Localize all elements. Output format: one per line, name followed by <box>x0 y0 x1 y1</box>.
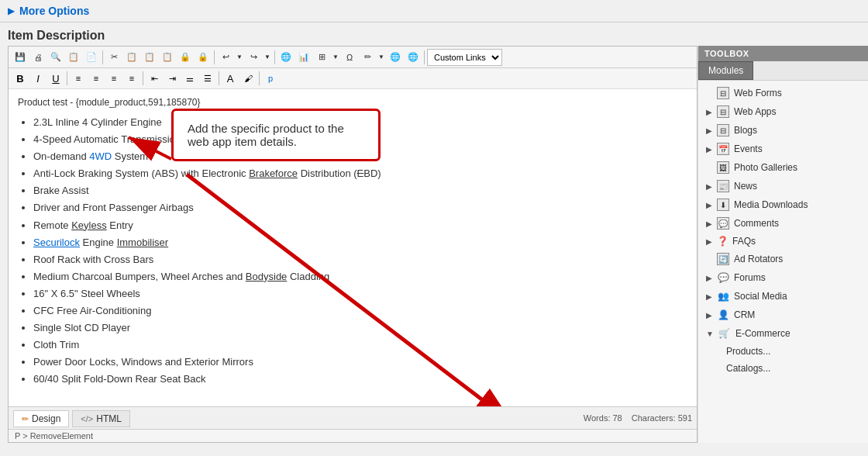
tb-p-btn[interactable]: p <box>262 70 279 87</box>
tb-print-btn[interactable]: 🖨 <box>29 49 46 66</box>
tb-paste-btn[interactable]: 📋 <box>141 49 158 66</box>
toolbox-item-faqs[interactable]: ▶ ❓ FAQs <box>698 233 868 250</box>
tb-outdent-btn[interactable]: ⇥ <box>164 70 181 87</box>
tb-lock1-btn[interactable]: 🔒 <box>177 49 194 66</box>
toolbar-row1: 💾 🖨 🔍 📋 📄 ✂ 📋 📋 📋 🔒 🔒 ↩ ▼ ↪ ▼ 🌐 📊 ⊞ ▼ Ω … <box>9 47 697 68</box>
tb-find-btn[interactable]: 🔍 <box>47 49 64 66</box>
social-media-label: Social Media <box>734 291 787 302</box>
html-tab[interactable]: </> HTML <box>72 410 130 427</box>
ecommerce-label: E-Commerce <box>735 328 790 339</box>
faqs-icon: ❓ <box>717 236 728 247</box>
toolbox-item-forums[interactable]: ▶ 💬 Forums <box>698 268 868 287</box>
social-media-icon: 👥 <box>717 290 729 302</box>
tb-special-char-btn[interactable]: Ω <box>341 49 358 66</box>
tb-align-right-btn[interactable]: ≡ <box>105 70 122 87</box>
toolbox-item-ecommerce[interactable]: ▼ 🛒 E-Commerce <box>698 324 868 343</box>
html-icon: </> <box>81 414 93 423</box>
tb-table-dropdown-btn[interactable]: ▼ <box>331 49 340 66</box>
tb-ol-btn[interactable]: ⚌ <box>181 70 198 87</box>
tb-table-btn[interactable]: ⊞ <box>313 49 330 66</box>
editor-tabs: ✏ Design </> HTML <box>13 407 130 429</box>
tb-copy-btn[interactable]: 📋 <box>123 49 140 66</box>
tb-underline-btn[interactable]: U <box>47 70 64 87</box>
ad-rotators-icon: 🔄 <box>717 253 729 265</box>
toolbar-sep6 <box>143 71 143 85</box>
design-tab[interactable]: ✏ Design <box>13 410 69 427</box>
status-bar: P > RemoveElement <box>9 429 697 442</box>
toolbar-sep7 <box>219 71 219 85</box>
toolbox-item-web-forms[interactable]: ⊟ Web Forms <box>698 84 868 102</box>
word-count: Words: 78 <box>584 413 622 423</box>
toolbox-item-photo-galleries[interactable]: 🖼 Photo Galleries <box>698 158 868 177</box>
toolbox-header: TOOLBOX <box>698 46 868 61</box>
tb-bold-btn[interactable]: B <box>12 70 29 87</box>
tb-web1-btn[interactable]: 🌐 <box>387 49 404 66</box>
tb-align-center-btn[interactable]: ≡ <box>88 70 105 87</box>
toolbox-item-comments[interactable]: ▶ 💬 Comments <box>698 214 868 233</box>
toolbox-item-events[interactable]: ▶ 📅 Events <box>698 140 868 158</box>
editor-content[interactable]: Product test - {module_product,591,18587… <box>9 89 697 406</box>
tb-web2-btn[interactable]: 🌐 <box>405 49 422 66</box>
tb-btn4[interactable]: 📄 <box>83 49 100 66</box>
tb-undo-btn[interactable]: ↩ <box>217 49 234 66</box>
faqs-label: FAQs <box>732 236 756 247</box>
toolbox-item-media-downloads[interactable]: ▶ ⬇ Media Downloads <box>698 195 868 214</box>
expand-arrow-ecommerce-icon: ▼ <box>706 330 714 338</box>
tb-cut-btn[interactable]: ✂ <box>105 49 122 66</box>
ad-rotators-label: Ad Rotators <box>734 254 783 264</box>
tb-undo-dropdown-btn[interactable]: ▼ <box>235 49 244 66</box>
events-label: Events <box>734 143 763 154</box>
status-line: P > RemoveElement <box>15 431 93 440</box>
toolbox-item-catalogs[interactable]: Catalogs... <box>698 360 868 377</box>
toolbox-items: ⊟ Web Forms ▶ ⊟ Web Apps ▶ ⊟ Blogs ▶ 📅 E… <box>698 81 868 443</box>
tb-save-btn[interactable]: 💾 <box>12 49 29 66</box>
toolbox-item-products[interactable]: Products... <box>698 343 868 360</box>
tb-btn3[interactable]: 📋 <box>65 49 82 66</box>
expand-arrow-news-icon: ▶ <box>706 182 712 191</box>
comments-icon: 💬 <box>717 217 729 230</box>
crm-label: CRM <box>734 309 755 320</box>
toolbox-item-ad-rotators[interactable]: 🔄 Ad Rotators <box>698 250 868 268</box>
editor-wrapper: 💾 🖨 🔍 📋 📄 ✂ 📋 📋 📋 🔒 🔒 ↩ ▼ ↪ ▼ 🌐 📊 ⊞ ▼ Ω … <box>8 46 698 443</box>
tb-redo-btn[interactable]: ↪ <box>245 49 262 66</box>
tb-link-btn[interactable]: 🌐 <box>277 49 294 66</box>
list-item: Anti-Lock Braking System (ABS) with Elec… <box>33 165 687 182</box>
tb-redo-dropdown-btn[interactable]: ▼ <box>263 49 272 66</box>
expand-arrow-events-icon: ▶ <box>706 145 712 154</box>
comments-label: Comments <box>734 218 779 229</box>
toolbox-item-news[interactable]: ▶ 📰 News <box>698 177 868 195</box>
tb-fontcolor-btn[interactable]: A <box>222 70 239 87</box>
modules-tab[interactable]: Modules <box>698 61 753 80</box>
products-label: Products... <box>726 346 770 357</box>
tb-align-justify-btn[interactable]: ≡ <box>123 70 140 87</box>
toolbox-item-social-media[interactable]: ▶ 👥 Social Media <box>698 287 868 306</box>
toolbox-item-web-apps[interactable]: ▶ ⊟ Web Apps <box>698 102 868 121</box>
tb-align-left-btn[interactable]: ≡ <box>70 70 87 87</box>
tb-ul-btn[interactable]: ☰ <box>199 70 216 87</box>
tb-lock2-btn[interactable]: 🔒 <box>195 49 212 66</box>
toolbar-sep1 <box>102 50 103 64</box>
list-item: Securilock Engine Immobiliser <box>33 234 687 251</box>
pencil-icon: ✏ <box>22 414 29 424</box>
tb-highlight-btn[interactable]: 🖌 <box>239 70 257 87</box>
toolbox-item-crm[interactable]: ▶ 👤 CRM <box>698 306 868 324</box>
custom-links-dropdown[interactable]: Custom Links <box>427 49 502 66</box>
expand-arrow-web-apps-icon: ▶ <box>706 108 712 116</box>
tb-indent-btn[interactable]: ⇤ <box>146 70 163 87</box>
tb-color-dropdown-btn[interactable]: ▼ <box>377 49 386 66</box>
toolbox-item-blogs[interactable]: ▶ ⊟ Blogs <box>698 121 868 140</box>
tb-italic-btn[interactable]: I <box>29 70 46 87</box>
tb-image-btn[interactable]: 📊 <box>295 49 312 66</box>
tb-pasteplain-btn[interactable]: 📋 <box>159 49 176 66</box>
list-item: Brake Assist <box>33 182 687 199</box>
word-count-area: Words: 78 Characters: 591 <box>584 413 692 423</box>
tb-color-btn[interactable]: ✏ <box>359 49 376 66</box>
media-downloads-label: Media Downloads <box>734 199 808 210</box>
toolbox-tabs: Modules <box>698 61 868 81</box>
ecommerce-icon: 🛒 <box>718 327 731 340</box>
forums-label: Forums <box>734 272 766 283</box>
expand-arrow-crm-icon: ▶ <box>706 311 712 320</box>
design-tab-label: Design <box>32 413 60 424</box>
more-options-label[interactable]: More Options <box>19 5 89 17</box>
list-item: CFC Free Air-Conditioning <box>33 302 687 320</box>
